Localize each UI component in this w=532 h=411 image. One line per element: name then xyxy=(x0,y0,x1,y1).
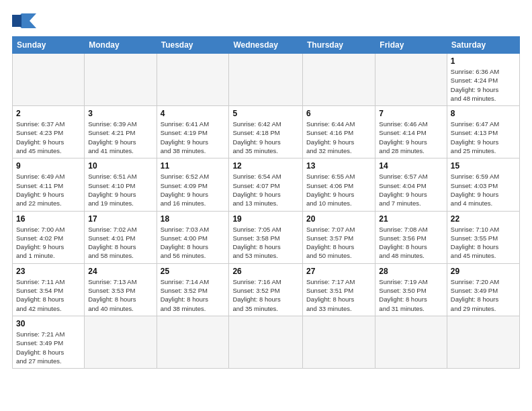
calendar-cell: 23Sunrise: 7:11 AM Sunset: 3:54 PM Dayli… xyxy=(13,263,85,316)
calendar-cell xyxy=(157,316,229,368)
col-header-wednesday: Wednesday xyxy=(229,37,303,54)
col-header-saturday: Saturday xyxy=(447,37,519,54)
calendar-week-1: 2Sunrise: 6:37 AM Sunset: 4:23 PM Daylig… xyxy=(13,106,520,158)
day-number: 25 xyxy=(161,267,226,276)
day-number: 19 xyxy=(232,214,299,224)
calendar-cell xyxy=(229,316,303,368)
calendar-cell: 12Sunrise: 6:54 AM Sunset: 4:07 PM Dayli… xyxy=(229,158,303,211)
day-info: Sunrise: 6:44 AM Sunset: 4:16 PM Dayligh… xyxy=(306,120,371,155)
day-number: 7 xyxy=(379,109,443,118)
calendar-cell: 5Sunrise: 6:42 AM Sunset: 4:18 PM Daylig… xyxy=(229,106,303,158)
day-info: Sunrise: 6:36 AM Sunset: 4:24 PM Dayligh… xyxy=(451,67,516,103)
calendar-cell: 16Sunrise: 7:00 AM Sunset: 4:02 PM Dayli… xyxy=(13,211,85,263)
day-number: 27 xyxy=(306,267,371,276)
day-number: 12 xyxy=(232,161,299,171)
day-number: 13 xyxy=(306,161,371,171)
svg-marker-2 xyxy=(12,15,21,27)
calendar-cell: 14Sunrise: 6:57 AM Sunset: 4:04 PM Dayli… xyxy=(375,158,447,211)
day-info: Sunrise: 7:21 AM Sunset: 3:49 PM Dayligh… xyxy=(16,330,81,365)
calendar-cell: 17Sunrise: 7:02 AM Sunset: 4:01 PM Dayli… xyxy=(85,211,157,263)
calendar-cell: 4Sunrise: 6:41 AM Sunset: 4:19 PM Daylig… xyxy=(157,106,229,158)
day-info: Sunrise: 6:37 AM Sunset: 4:23 PM Dayligh… xyxy=(16,120,81,155)
calendar-cell: 15Sunrise: 6:59 AM Sunset: 4:03 PM Dayli… xyxy=(447,158,519,211)
day-number: 2 xyxy=(16,109,81,118)
day-info: Sunrise: 7:19 AM Sunset: 3:50 PM Dayligh… xyxy=(379,277,443,313)
day-number: 30 xyxy=(16,319,81,328)
day-info: Sunrise: 6:52 AM Sunset: 4:09 PM Dayligh… xyxy=(161,172,226,208)
day-info: Sunrise: 6:47 AM Sunset: 4:13 PM Dayligh… xyxy=(451,120,516,155)
day-number: 22 xyxy=(451,214,516,224)
calendar-cell: 13Sunrise: 6:55 AM Sunset: 4:06 PM Dayli… xyxy=(303,158,375,211)
calendar-cell: 28Sunrise: 7:19 AM Sunset: 3:50 PM Dayli… xyxy=(375,263,447,316)
day-number: 29 xyxy=(451,267,516,276)
calendar-cell xyxy=(157,54,229,106)
day-number: 6 xyxy=(306,109,371,118)
calendar-header: SundayMondayTuesdayWednesdayThursdayFrid… xyxy=(13,37,520,54)
day-number: 4 xyxy=(161,109,226,118)
calendar-cell: 25Sunrise: 7:14 AM Sunset: 3:52 PM Dayli… xyxy=(157,263,229,316)
calendar-cell: 7Sunrise: 6:46 AM Sunset: 4:14 PM Daylig… xyxy=(375,106,447,158)
calendar-cell: 6Sunrise: 6:44 AM Sunset: 4:16 PM Daylig… xyxy=(303,106,375,158)
header-row: SundayMondayTuesdayWednesdayThursdayFrid… xyxy=(13,37,520,54)
calendar-cell: 19Sunrise: 7:05 AM Sunset: 3:58 PM Dayli… xyxy=(229,211,303,263)
day-number: 11 xyxy=(161,161,226,171)
day-number: 26 xyxy=(232,267,299,276)
day-info: Sunrise: 7:17 AM Sunset: 3:51 PM Dayligh… xyxy=(306,277,371,313)
calendar-week-0: 1Sunrise: 6:36 AM Sunset: 4:24 PM Daylig… xyxy=(13,54,520,106)
col-header-thursday: Thursday xyxy=(303,37,375,54)
calendar-cell xyxy=(447,316,519,368)
calendar-cell: 1Sunrise: 6:36 AM Sunset: 4:24 PM Daylig… xyxy=(447,54,519,106)
calendar-cell: 24Sunrise: 7:13 AM Sunset: 3:53 PM Dayli… xyxy=(85,263,157,316)
day-info: Sunrise: 7:10 AM Sunset: 3:55 PM Dayligh… xyxy=(451,225,516,261)
day-info: Sunrise: 6:57 AM Sunset: 4:04 PM Dayligh… xyxy=(379,172,443,208)
calendar-week-3: 16Sunrise: 7:00 AM Sunset: 4:02 PM Dayli… xyxy=(13,211,520,263)
day-info: Sunrise: 6:55 AM Sunset: 4:06 PM Dayligh… xyxy=(306,172,371,208)
day-number: 21 xyxy=(379,214,443,224)
calendar-cell: 30Sunrise: 7:21 AM Sunset: 3:49 PM Dayli… xyxy=(13,316,85,368)
calendar-cell xyxy=(85,316,157,368)
day-info: Sunrise: 7:05 AM Sunset: 3:58 PM Dayligh… xyxy=(232,225,299,261)
calendar-week-5: 30Sunrise: 7:21 AM Sunset: 3:49 PM Dayli… xyxy=(13,316,520,368)
logo xyxy=(12,11,39,31)
page: SundayMondayTuesdayWednesdayThursdayFrid… xyxy=(0,0,532,375)
day-number: 18 xyxy=(161,214,226,224)
calendar-cell xyxy=(375,316,447,368)
day-info: Sunrise: 7:14 AM Sunset: 3:52 PM Dayligh… xyxy=(161,277,226,313)
day-info: Sunrise: 6:42 AM Sunset: 4:18 PM Dayligh… xyxy=(232,120,299,155)
day-info: Sunrise: 6:59 AM Sunset: 4:03 PM Dayligh… xyxy=(451,172,516,208)
header xyxy=(12,11,520,31)
calendar-cell: 29Sunrise: 7:20 AM Sunset: 3:49 PM Dayli… xyxy=(447,263,519,316)
day-info: Sunrise: 7:00 AM Sunset: 4:02 PM Dayligh… xyxy=(16,225,81,261)
day-info: Sunrise: 6:51 AM Sunset: 4:10 PM Dayligh… xyxy=(88,172,152,208)
calendar-cell: 27Sunrise: 7:17 AM Sunset: 3:51 PM Dayli… xyxy=(303,263,375,316)
day-number: 3 xyxy=(88,109,152,118)
col-header-tuesday: Tuesday xyxy=(157,37,229,54)
day-info: Sunrise: 7:03 AM Sunset: 4:00 PM Dayligh… xyxy=(161,225,226,261)
day-info: Sunrise: 7:11 AM Sunset: 3:54 PM Dayligh… xyxy=(16,277,81,313)
day-info: Sunrise: 6:49 AM Sunset: 4:11 PM Dayligh… xyxy=(16,172,81,208)
day-info: Sunrise: 6:54 AM Sunset: 4:07 PM Dayligh… xyxy=(232,172,299,208)
day-info: Sunrise: 7:20 AM Sunset: 3:49 PM Dayligh… xyxy=(451,277,516,313)
calendar-cell: 22Sunrise: 7:10 AM Sunset: 3:55 PM Dayli… xyxy=(447,211,519,263)
col-header-sunday: Sunday xyxy=(13,37,85,54)
day-info: Sunrise: 7:16 AM Sunset: 3:52 PM Dayligh… xyxy=(232,277,299,313)
day-number: 8 xyxy=(451,109,516,118)
calendar-body: 1Sunrise: 6:36 AM Sunset: 4:24 PM Daylig… xyxy=(13,54,520,369)
day-number: 24 xyxy=(88,267,152,276)
day-number: 17 xyxy=(88,214,152,224)
calendar-cell: 8Sunrise: 6:47 AM Sunset: 4:13 PM Daylig… xyxy=(447,106,519,158)
logo-icon xyxy=(12,11,36,31)
calendar-cell xyxy=(229,54,303,106)
day-number: 5 xyxy=(232,109,299,118)
day-info: Sunrise: 7:07 AM Sunset: 3:57 PM Dayligh… xyxy=(306,225,371,261)
calendar-cell xyxy=(303,316,375,368)
day-info: Sunrise: 6:39 AM Sunset: 4:21 PM Dayligh… xyxy=(88,120,152,155)
calendar-cell xyxy=(85,54,157,106)
day-info: Sunrise: 6:41 AM Sunset: 4:19 PM Dayligh… xyxy=(161,120,226,155)
calendar-week-2: 9Sunrise: 6:49 AM Sunset: 4:11 PM Daylig… xyxy=(13,158,520,211)
calendar-cell: 9Sunrise: 6:49 AM Sunset: 4:11 PM Daylig… xyxy=(13,158,85,211)
calendar-cell: 3Sunrise: 6:39 AM Sunset: 4:21 PM Daylig… xyxy=(85,106,157,158)
calendar-cell: 10Sunrise: 6:51 AM Sunset: 4:10 PM Dayli… xyxy=(85,158,157,211)
calendar-table: SundayMondayTuesdayWednesdayThursdayFrid… xyxy=(12,36,520,369)
day-number: 28 xyxy=(379,267,443,276)
